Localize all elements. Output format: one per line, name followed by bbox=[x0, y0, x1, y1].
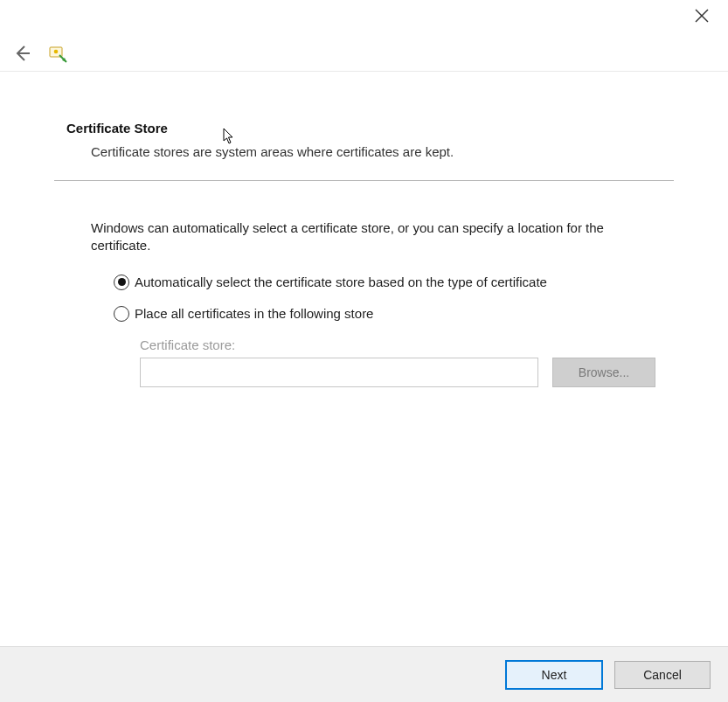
back-icon[interactable] bbox=[12, 44, 31, 63]
page-heading: Certificate Store bbox=[66, 121, 674, 136]
radio-place-all[interactable]: Place all certificates in the following … bbox=[114, 306, 674, 322]
divider bbox=[54, 180, 674, 181]
certificate-store-label: Certificate store: bbox=[140, 337, 674, 352]
certificate-wizard-icon bbox=[47, 43, 68, 64]
next-button[interactable]: Next bbox=[506, 661, 602, 689]
titlebar bbox=[0, 0, 728, 35]
cancel-button[interactable]: Cancel bbox=[614, 661, 711, 689]
certificate-store-block: Certificate store: Browse... bbox=[140, 337, 674, 387]
radio-icon bbox=[114, 275, 129, 290]
wizard-footer: Next Cancel bbox=[0, 646, 728, 702]
radio-label: Automatically select the certificate sto… bbox=[135, 275, 547, 289]
radio-auto-select[interactable]: Automatically select the certificate sto… bbox=[114, 275, 674, 290]
page-subheading: Certificate stores are system areas wher… bbox=[91, 144, 674, 159]
certificate-store-input bbox=[140, 358, 538, 387]
svg-point-4 bbox=[54, 49, 59, 53]
radio-label: Place all certificates in the following … bbox=[135, 306, 373, 321]
close-icon[interactable] bbox=[691, 9, 712, 27]
browse-button: Browse... bbox=[552, 358, 655, 387]
radio-group: Automatically select the certificate sto… bbox=[114, 275, 674, 322]
radio-icon bbox=[114, 306, 129, 322]
body-paragraph: Windows can automatically select a certi… bbox=[91, 219, 665, 255]
navbar bbox=[0, 35, 728, 72]
wizard-content: Certificate Store Certificate stores are… bbox=[0, 72, 728, 387]
